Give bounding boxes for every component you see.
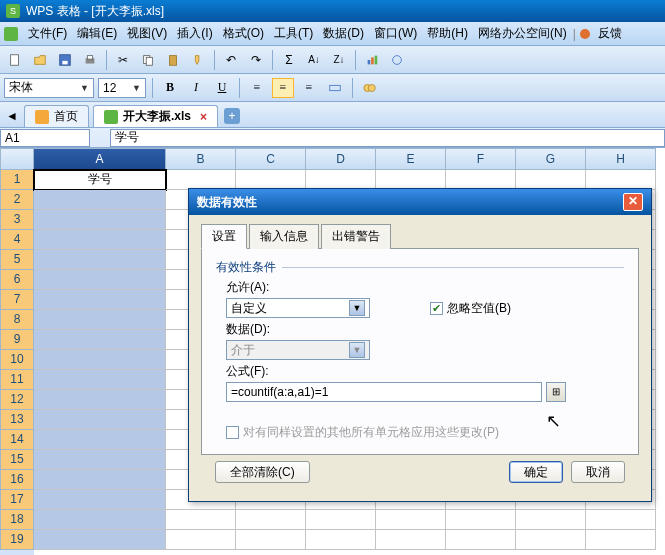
menu-edit[interactable]: 编辑(E)	[73, 23, 121, 44]
row-header[interactable]: 9	[0, 330, 34, 350]
align-left-button[interactable]: ≡	[246, 78, 268, 98]
underline-button[interactable]: U	[211, 78, 233, 98]
tab-input-message[interactable]: 输入信息	[249, 224, 319, 249]
col-header[interactable]: E	[376, 148, 446, 170]
cell[interactable]	[306, 510, 376, 530]
undo-button[interactable]: ↶	[220, 49, 242, 71]
menu-data[interactable]: 数据(D)	[319, 23, 368, 44]
row-header[interactable]: 5	[0, 250, 34, 270]
sort-asc-button[interactable]: A↓	[303, 49, 325, 71]
allow-select[interactable]: 自定义▼	[226, 298, 370, 318]
tab-home[interactable]: 首页	[24, 105, 89, 127]
cell[interactable]	[166, 530, 236, 550]
cell[interactable]	[306, 170, 376, 190]
redo-button[interactable]: ↷	[245, 49, 267, 71]
cell[interactable]	[516, 170, 586, 190]
sort-desc-button[interactable]: Z↓	[328, 49, 350, 71]
dialog-close-button[interactable]: ✕	[623, 193, 643, 211]
chart-button[interactable]	[361, 49, 383, 71]
row-header[interactable]: 7	[0, 290, 34, 310]
font-size-select[interactable]: 12▼	[98, 78, 146, 98]
menu-view[interactable]: 视图(V)	[123, 23, 171, 44]
row-header[interactable]: 11	[0, 370, 34, 390]
col-header[interactable]: D	[306, 148, 376, 170]
font-name-select[interactable]: 宋体▼	[4, 78, 94, 98]
merge-button[interactable]	[324, 78, 346, 98]
cell[interactable]	[34, 230, 166, 250]
drawing-button[interactable]	[386, 49, 408, 71]
cell[interactable]	[166, 510, 236, 530]
cell[interactable]	[34, 210, 166, 230]
cell[interactable]	[236, 530, 306, 550]
row-header[interactable]: 15	[0, 450, 34, 470]
currency-button[interactable]	[359, 78, 381, 98]
row-header[interactable]: 17	[0, 490, 34, 510]
italic-button[interactable]: I	[185, 78, 207, 98]
menu-online[interactable]: 网络办公空间(N)	[474, 23, 571, 44]
close-icon[interactable]: ×	[200, 110, 207, 124]
menu-file[interactable]: 文件(F)	[24, 23, 71, 44]
row-header[interactable]: 8	[0, 310, 34, 330]
name-box[interactable]: A1	[0, 129, 90, 147]
cell[interactable]	[236, 510, 306, 530]
col-header[interactable]: F	[446, 148, 516, 170]
tab-document[interactable]: 开大李振.xls×	[93, 105, 218, 127]
cell[interactable]	[34, 310, 166, 330]
menu-insert[interactable]: 插入(I)	[173, 23, 216, 44]
paste-button[interactable]	[162, 49, 184, 71]
ignore-blank-checkbox[interactable]: ✔忽略空值(B)	[430, 300, 511, 317]
formula-input[interactable]: =countif(a:a,a1)=1	[226, 382, 542, 402]
menu-feedback[interactable]: 反馈	[594, 23, 626, 44]
cell[interactable]	[586, 170, 656, 190]
row-header[interactable]: 18	[0, 510, 34, 530]
row-header[interactable]: 6	[0, 270, 34, 290]
cell[interactable]	[446, 170, 516, 190]
menu-window[interactable]: 窗口(W)	[370, 23, 421, 44]
formula-bar[interactable]: 学号	[110, 129, 665, 147]
cell[interactable]	[376, 530, 446, 550]
row-header[interactable]: 19	[0, 530, 34, 550]
tab-settings[interactable]: 设置	[201, 224, 247, 249]
select-all-corner[interactable]	[0, 148, 34, 170]
tab-back-button[interactable]: ◄	[4, 108, 20, 124]
open-button[interactable]	[29, 49, 51, 71]
row-header[interactable]: 14	[0, 430, 34, 450]
tab-error-alert[interactable]: 出错警告	[321, 224, 391, 249]
menu-help[interactable]: 帮助(H)	[423, 23, 472, 44]
menu-tools[interactable]: 工具(T)	[270, 23, 317, 44]
cell[interactable]	[34, 490, 166, 510]
clear-all-button[interactable]: 全部清除(C)	[215, 461, 310, 483]
align-right-button[interactable]: ≡	[298, 78, 320, 98]
cell[interactable]	[34, 510, 166, 530]
cell[interactable]	[34, 330, 166, 350]
format-painter-button[interactable]	[187, 49, 209, 71]
row-header[interactable]: 2	[0, 190, 34, 210]
range-select-button[interactable]: ⊞	[546, 382, 566, 402]
row-header[interactable]: 1	[0, 170, 34, 190]
cell[interactable]	[586, 530, 656, 550]
col-header[interactable]: H	[586, 148, 656, 170]
cell[interactable]	[166, 170, 236, 190]
dialog-title-bar[interactable]: 数据有效性 ✕	[189, 189, 651, 215]
col-header[interactable]: C	[236, 148, 306, 170]
cell[interactable]	[516, 530, 586, 550]
cell-a1[interactable]: 学号	[34, 170, 166, 190]
row-header[interactable]: 12	[0, 390, 34, 410]
ok-button[interactable]: 确定	[509, 461, 563, 483]
save-button[interactable]	[54, 49, 76, 71]
align-center-button[interactable]: ≡	[272, 78, 294, 98]
cell[interactable]	[446, 510, 516, 530]
cell[interactable]	[34, 450, 166, 470]
col-header[interactable]: G	[516, 148, 586, 170]
bold-button[interactable]: B	[159, 78, 181, 98]
copy-button[interactable]	[137, 49, 159, 71]
cell[interactable]	[34, 250, 166, 270]
cell[interactable]	[34, 470, 166, 490]
cell[interactable]	[34, 410, 166, 430]
cell[interactable]	[34, 370, 166, 390]
cell[interactable]	[34, 290, 166, 310]
cell[interactable]	[376, 170, 446, 190]
row-header[interactable]: 4	[0, 230, 34, 250]
menu-format[interactable]: 格式(O)	[219, 23, 268, 44]
new-button[interactable]	[4, 49, 26, 71]
